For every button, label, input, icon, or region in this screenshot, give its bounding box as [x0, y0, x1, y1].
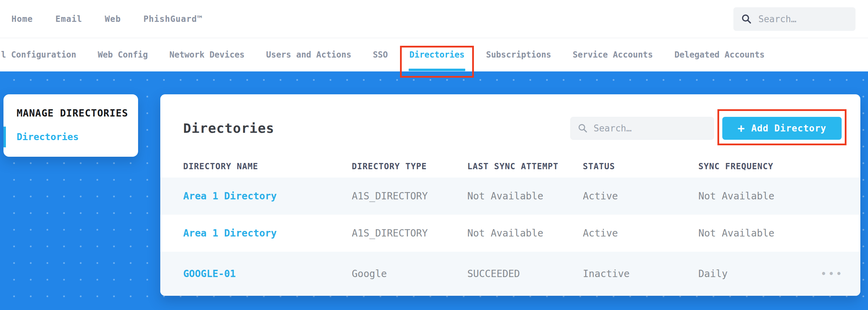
row-menu-icon[interactable]: •••	[820, 269, 843, 279]
directories-search-input[interactable]	[594, 123, 707, 134]
sidebar-item-label: Directories	[17, 131, 79, 142]
content-area: MANAGE DIRECTORIES Directories Directori…	[0, 71, 868, 310]
directory-type-cell: Google	[352, 268, 467, 279]
sync-frequency-cell: Daily	[698, 268, 820, 279]
section-tab-nav: l Configuration Web Config Network Devic…	[0, 38, 868, 71]
col-status: STATUS	[583, 162, 698, 171]
active-tab-underline	[409, 69, 465, 71]
global-search-box[interactable]	[733, 7, 856, 31]
tab-service-accounts[interactable]: Service Accounts	[573, 38, 653, 71]
card-header: Directories + Add Directory	[160, 94, 860, 140]
last-sync-cell: Not Available	[467, 227, 583, 239]
nav-item-email[interactable]: Email	[56, 14, 82, 24]
plus-icon: +	[738, 122, 745, 134]
col-directory-name: DIRECTORY NAME	[183, 162, 352, 171]
phishguard-admin-screen: Home Email Web PhishGuard™ l Configurati…	[0, 0, 868, 310]
page-title: Directories	[183, 121, 274, 136]
directory-type-cell: A1S_DIRECTORY	[352, 190, 467, 202]
last-sync-cell: Not Available	[467, 190, 583, 202]
status-cell: Active	[583, 227, 698, 239]
search-icon	[741, 14, 752, 25]
table-row: Area 1 Directory A1S_DIRECTORY Not Avail…	[160, 178, 860, 215]
tab-sso[interactable]: SSO	[373, 38, 388, 71]
directory-name-link[interactable]: GOOGLE-01	[183, 268, 352, 279]
table-header-row: DIRECTORY NAME DIRECTORY TYPE LAST SYNC …	[160, 155, 860, 178]
directory-type-cell: A1S_DIRECTORY	[352, 227, 467, 239]
add-directory-button[interactable]: + Add Directory	[722, 117, 842, 140]
nav-item-web[interactable]: Web	[105, 14, 121, 24]
actions-cell: •••	[820, 269, 860, 279]
directory-name-link[interactable]: Area 1 Directory	[183, 190, 352, 202]
sidebar-item-directories[interactable]: Directories	[17, 131, 138, 142]
top-nav-items: Home Email Web PhishGuard™	[11, 14, 202, 24]
tab-directories[interactable]: Directories	[409, 38, 465, 71]
tab-delegated-accounts[interactable]: Delegated Accounts	[674, 38, 765, 71]
nav-item-phishguard[interactable]: PhishGuard™	[143, 14, 202, 24]
active-item-indicator	[3, 127, 6, 147]
col-sync-frequency: SYNC FREQUENCY	[698, 162, 820, 171]
table-row: Area 1 Directory A1S_DIRECTORY Not Avail…	[160, 215, 860, 252]
tab-email-configuration[interactable]: l Configuration	[1, 38, 76, 71]
tab-directories-label: Directories	[409, 50, 465, 60]
tab-network-devices[interactable]: Network Devices	[169, 38, 245, 71]
add-directory-label: Add Directory	[751, 123, 827, 134]
search-icon	[578, 123, 588, 134]
tab-web-config[interactable]: Web Config	[98, 38, 148, 71]
tab-users-and-actions[interactable]: Users and Actions	[266, 38, 351, 71]
sync-frequency-cell: Not Available	[698, 227, 820, 239]
last-sync-cell: SUCCEEDED	[467, 268, 583, 279]
sync-frequency-cell: Not Available	[698, 190, 820, 202]
manage-directories-card: MANAGE DIRECTORIES Directories	[3, 94, 138, 157]
tab-subscriptions[interactable]: Subscriptions	[486, 38, 551, 71]
top-nav: Home Email Web PhishGuard™	[0, 0, 868, 38]
status-cell: Inactive	[583, 268, 698, 279]
directories-search-box[interactable]	[570, 117, 714, 140]
nav-item-home[interactable]: Home	[11, 14, 33, 24]
col-last-sync-attempt: LAST SYNC ATTEMPT	[467, 162, 583, 171]
global-search-input[interactable]	[758, 14, 848, 24]
status-cell: Active	[583, 190, 698, 202]
sidebar-title: MANAGE DIRECTORIES	[17, 107, 138, 119]
add-directory-button-wrap: + Add Directory	[722, 117, 842, 140]
directories-card: Directories + Add Directory	[160, 94, 860, 296]
directory-name-link[interactable]: Area 1 Directory	[183, 227, 352, 239]
directories-table: DIRECTORY NAME DIRECTORY TYPE LAST SYNC …	[160, 155, 860, 296]
col-directory-type: DIRECTORY TYPE	[352, 162, 467, 171]
table-row: GOOGLE-01 Google SUCCEEDED Inactive Dail…	[160, 252, 860, 296]
